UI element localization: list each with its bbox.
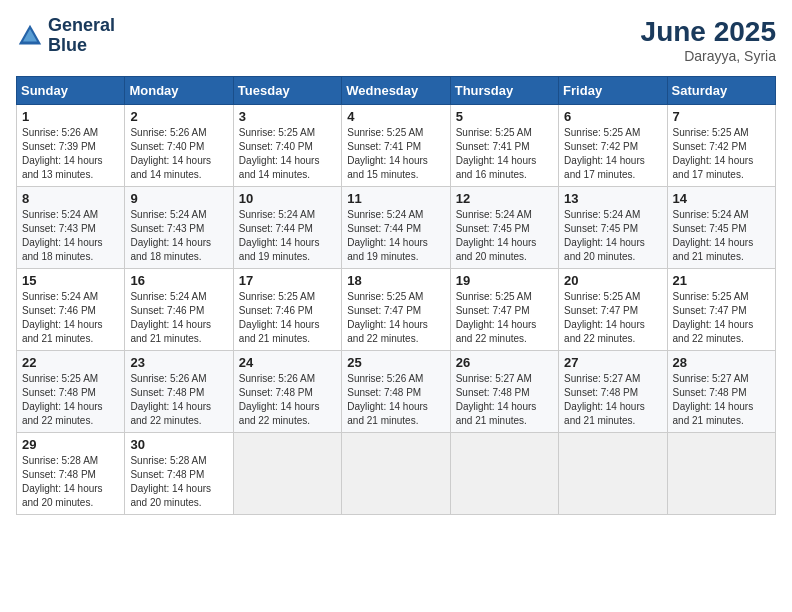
calendar-cell: 25Sunrise: 5:26 AMSunset: 7:48 PMDayligh… [342,351,450,433]
day-info: Sunrise: 5:26 AMSunset: 7:39 PMDaylight:… [22,126,119,182]
calendar-cell: 20Sunrise: 5:25 AMSunset: 7:47 PMDayligh… [559,269,667,351]
month-title: June 2025 [641,16,776,48]
calendar-cell: 24Sunrise: 5:26 AMSunset: 7:48 PMDayligh… [233,351,341,433]
day-number: 21 [673,273,770,288]
calendar-cell: 30Sunrise: 5:28 AMSunset: 7:48 PMDayligh… [125,433,233,515]
day-info: Sunrise: 5:25 AMSunset: 7:41 PMDaylight:… [347,126,444,182]
logo: General Blue [16,16,115,56]
calendar-table: SundayMondayTuesdayWednesdayThursdayFrid… [16,76,776,515]
day-info: Sunrise: 5:25 AMSunset: 7:41 PMDaylight:… [456,126,553,182]
calendar-cell: 4Sunrise: 5:25 AMSunset: 7:41 PMDaylight… [342,105,450,187]
day-of-week-header: Wednesday [342,77,450,105]
day-number: 16 [130,273,227,288]
calendar-cell: 3Sunrise: 5:25 AMSunset: 7:40 PMDaylight… [233,105,341,187]
day-info: Sunrise: 5:26 AMSunset: 7:48 PMDaylight:… [130,372,227,428]
day-number: 23 [130,355,227,370]
day-info: Sunrise: 5:28 AMSunset: 7:48 PMDaylight:… [130,454,227,510]
calendar-cell: 26Sunrise: 5:27 AMSunset: 7:48 PMDayligh… [450,351,558,433]
day-number: 18 [347,273,444,288]
day-info: Sunrise: 5:25 AMSunset: 7:48 PMDaylight:… [22,372,119,428]
day-number: 2 [130,109,227,124]
calendar-week-row: 1Sunrise: 5:26 AMSunset: 7:39 PMDaylight… [17,105,776,187]
day-number: 15 [22,273,119,288]
day-info: Sunrise: 5:27 AMSunset: 7:48 PMDaylight:… [456,372,553,428]
page-header: General Blue June 2025 Darayya, Syria [16,16,776,64]
day-number: 27 [564,355,661,370]
day-info: Sunrise: 5:25 AMSunset: 7:47 PMDaylight:… [456,290,553,346]
day-number: 19 [456,273,553,288]
day-info: Sunrise: 5:25 AMSunset: 7:47 PMDaylight:… [673,290,770,346]
calendar-cell: 23Sunrise: 5:26 AMSunset: 7:48 PMDayligh… [125,351,233,433]
calendar-cell: 18Sunrise: 5:25 AMSunset: 7:47 PMDayligh… [342,269,450,351]
calendar-cell: 15Sunrise: 5:24 AMSunset: 7:46 PMDayligh… [17,269,125,351]
calendar-cell: 8Sunrise: 5:24 AMSunset: 7:43 PMDaylight… [17,187,125,269]
calendar-cell: 14Sunrise: 5:24 AMSunset: 7:45 PMDayligh… [667,187,775,269]
day-number: 4 [347,109,444,124]
day-info: Sunrise: 5:24 AMSunset: 7:46 PMDaylight:… [22,290,119,346]
logo-icon [16,22,44,50]
day-info: Sunrise: 5:24 AMSunset: 7:44 PMDaylight:… [239,208,336,264]
day-info: Sunrise: 5:25 AMSunset: 7:46 PMDaylight:… [239,290,336,346]
calendar-cell: 6Sunrise: 5:25 AMSunset: 7:42 PMDaylight… [559,105,667,187]
day-of-week-header: Thursday [450,77,558,105]
calendar-header-row: SundayMondayTuesdayWednesdayThursdayFrid… [17,77,776,105]
day-number: 22 [22,355,119,370]
calendar-cell: 28Sunrise: 5:27 AMSunset: 7:48 PMDayligh… [667,351,775,433]
day-number: 13 [564,191,661,206]
day-number: 25 [347,355,444,370]
day-of-week-header: Tuesday [233,77,341,105]
day-info: Sunrise: 5:24 AMSunset: 7:46 PMDaylight:… [130,290,227,346]
day-info: Sunrise: 5:26 AMSunset: 7:48 PMDaylight:… [347,372,444,428]
day-number: 29 [22,437,119,452]
day-info: Sunrise: 5:25 AMSunset: 7:42 PMDaylight:… [564,126,661,182]
day-info: Sunrise: 5:27 AMSunset: 7:48 PMDaylight:… [673,372,770,428]
day-number: 6 [564,109,661,124]
day-number: 11 [347,191,444,206]
day-of-week-header: Saturday [667,77,775,105]
calendar-cell [233,433,341,515]
calendar-cell: 12Sunrise: 5:24 AMSunset: 7:45 PMDayligh… [450,187,558,269]
day-info: Sunrise: 5:25 AMSunset: 7:47 PMDaylight:… [564,290,661,346]
day-info: Sunrise: 5:28 AMSunset: 7:48 PMDaylight:… [22,454,119,510]
day-info: Sunrise: 5:25 AMSunset: 7:42 PMDaylight:… [673,126,770,182]
day-info: Sunrise: 5:25 AMSunset: 7:40 PMDaylight:… [239,126,336,182]
calendar-cell: 27Sunrise: 5:27 AMSunset: 7:48 PMDayligh… [559,351,667,433]
day-info: Sunrise: 5:24 AMSunset: 7:44 PMDaylight:… [347,208,444,264]
location-title: Darayya, Syria [641,48,776,64]
calendar-cell [559,433,667,515]
day-number: 17 [239,273,336,288]
calendar-cell: 11Sunrise: 5:24 AMSunset: 7:44 PMDayligh… [342,187,450,269]
day-number: 10 [239,191,336,206]
day-info: Sunrise: 5:25 AMSunset: 7:47 PMDaylight:… [347,290,444,346]
calendar-cell: 10Sunrise: 5:24 AMSunset: 7:44 PMDayligh… [233,187,341,269]
calendar-cell: 2Sunrise: 5:26 AMSunset: 7:40 PMDaylight… [125,105,233,187]
calendar-cell [342,433,450,515]
day-number: 3 [239,109,336,124]
title-block: June 2025 Darayya, Syria [641,16,776,64]
day-info: Sunrise: 5:24 AMSunset: 7:43 PMDaylight:… [130,208,227,264]
day-number: 1 [22,109,119,124]
day-number: 30 [130,437,227,452]
day-info: Sunrise: 5:26 AMSunset: 7:40 PMDaylight:… [130,126,227,182]
calendar-cell: 9Sunrise: 5:24 AMSunset: 7:43 PMDaylight… [125,187,233,269]
calendar-cell: 29Sunrise: 5:28 AMSunset: 7:48 PMDayligh… [17,433,125,515]
calendar-cell: 19Sunrise: 5:25 AMSunset: 7:47 PMDayligh… [450,269,558,351]
day-number: 7 [673,109,770,124]
logo-text: General Blue [48,16,115,56]
calendar-cell [667,433,775,515]
day-of-week-header: Friday [559,77,667,105]
calendar-cell: 7Sunrise: 5:25 AMSunset: 7:42 PMDaylight… [667,105,775,187]
day-info: Sunrise: 5:27 AMSunset: 7:48 PMDaylight:… [564,372,661,428]
calendar-week-row: 15Sunrise: 5:24 AMSunset: 7:46 PMDayligh… [17,269,776,351]
day-of-week-header: Monday [125,77,233,105]
day-number: 8 [22,191,119,206]
day-number: 12 [456,191,553,206]
day-number: 24 [239,355,336,370]
day-number: 14 [673,191,770,206]
calendar-cell: 16Sunrise: 5:24 AMSunset: 7:46 PMDayligh… [125,269,233,351]
day-info: Sunrise: 5:24 AMSunset: 7:43 PMDaylight:… [22,208,119,264]
day-info: Sunrise: 5:24 AMSunset: 7:45 PMDaylight:… [564,208,661,264]
calendar-week-row: 29Sunrise: 5:28 AMSunset: 7:48 PMDayligh… [17,433,776,515]
calendar-cell [450,433,558,515]
calendar-cell: 22Sunrise: 5:25 AMSunset: 7:48 PMDayligh… [17,351,125,433]
